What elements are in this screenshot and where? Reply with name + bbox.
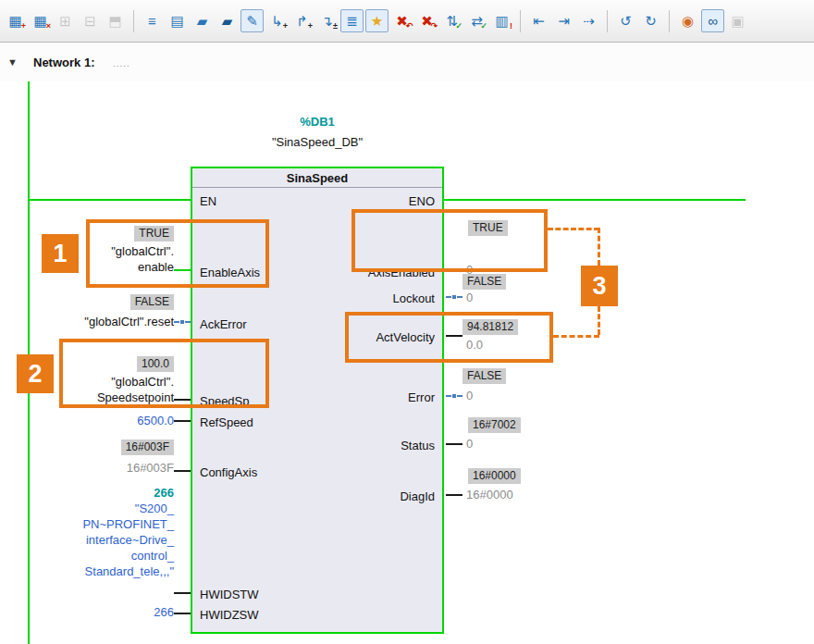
snapshot-button: ▣ [726,9,749,32]
goto-next-error-button[interactable]: ✖↷ [415,9,438,32]
pin-eno[interactable]: ENO [409,194,435,208]
toolbar-separator [669,10,670,32]
close-all-networks-icon: ▰ [222,14,233,28]
jump-to-next-button[interactable]: ⇥ [552,9,575,32]
insert-empty-box-icon-badge: ± [333,22,338,31]
db-instance-name[interactable]: "SinaSpeed_DB" [191,135,444,149]
wire-refspeed [174,420,191,422]
insert-empty-box-icon: ↴ [321,14,333,28]
monitor-value-hwidstw: 266 [28,486,174,501]
navigate-forward-button[interactable]: ↻ [639,9,662,32]
monitor-value-lockout: FALSE [462,274,506,290]
goto-definition-icon: ⇢ [583,14,595,28]
delete-row-button: ⊟ [79,9,102,32]
callout-2-box [59,339,269,408]
operand-status[interactable]: 0 [466,437,473,452]
close-all-networks-button[interactable]: ▰ [216,9,239,32]
pin-ackerror[interactable]: AckError [200,317,247,331]
goto-definition-button[interactable]: ⇢ [577,9,600,32]
pin-hwidzsw[interactable]: HWIDZSW [200,608,259,622]
resize-parts-icon: ⬒ [108,14,121,28]
operand-ackerror[interactable]: "globalCtrl".reset [28,315,174,329]
callout-3-connector-v1 [598,228,600,266]
open-branch-icon: ↳ [271,14,283,28]
network-diagram: %DB1 "SinaSpeed_DB" SinaSpeed EN EnableA… [0,81,814,644]
synchronize-button[interactable]: ⇄✓ [465,9,488,32]
wire-ackerror [174,321,191,323]
operand-error[interactable]: 0 [466,389,473,403]
pin-configaxis[interactable]: ConfigAxis [200,465,257,479]
insert-empty-box-button[interactable]: ↴± [315,9,339,32]
callout-1-badge: 1 [42,234,79,273]
monitoring-toggle-button[interactable]: ∞ [701,9,724,32]
insert-network-button[interactable]: ▦+ [4,9,27,32]
close-branch-icon: ↱ [296,14,308,28]
show-network-comments-button[interactable]: ▤ [166,9,189,32]
pin-refspeed[interactable]: RefSpeed [200,415,253,429]
toolbar-separator [607,10,608,32]
callout-3-connector-h2 [553,335,599,338]
pin-en[interactable]: EN [200,194,216,208]
operand-refspeed[interactable]: 6500.0 [28,414,174,428]
operand-hwidstw-line5[interactable]: Standard_tele,,," [28,564,174,579]
monitor-value-status: 16#7002 [468,417,521,433]
operand-hwidzsw[interactable]: 266 [28,605,174,620]
show-operand-list-button[interactable]: ≡ [141,9,164,32]
highlight-operands-button[interactable]: ≣ [340,9,364,32]
navigate-back-button[interactable]: ↺ [614,9,637,32]
open-all-networks-button[interactable]: ▰ [191,9,214,32]
operand-hwidstw-line2[interactable]: PN~PROFINET_ [28,517,174,532]
operand-hwidstw-line1[interactable]: "S200_ [28,502,174,516]
monitoring-toggle-icon: ∞ [708,14,718,28]
jump-to-previous-icon: ⇤ [533,14,545,28]
pin-status[interactable]: Status [401,439,435,452]
delete-network-icon-badge: × [46,22,51,31]
operand-lockout[interactable]: 0 [466,291,473,305]
synchronize-icon-badge: ✓ [480,22,487,31]
open-all-networks-icon: ▰ [197,14,208,28]
network-comment[interactable]: ..... [113,58,130,68]
insert-comment-button[interactable]: ✎ [240,9,264,32]
operand-hwidstw-line4[interactable]: control_ [28,549,174,564]
insert-row-button: ⊞ [54,9,77,32]
delete-network-button[interactable]: ▦× [29,9,52,32]
modify-value-button[interactable]: ◉ [676,9,699,32]
callout-3-connector-h1 [548,228,599,230]
pin-lockout[interactable]: Lockout [392,291,435,305]
delete-row-icon: ⊟ [84,14,96,28]
insert-comment-icon: ✎ [246,14,258,28]
snapshot-icon: ▣ [731,14,744,28]
highlight-operands-icon: ≣ [346,14,358,28]
open-branch-button[interactable]: ↳+ [265,9,289,32]
operand-diagid[interactable]: 16#0000 [466,488,513,502]
jump-to-previous-button[interactable]: ⇤ [527,9,550,32]
navigate-forward-icon: ↻ [645,14,657,28]
open-branch-icon-badge: + [283,22,288,31]
pin-error[interactable]: Error [408,390,435,404]
favorites-icon: ★ [371,14,383,28]
close-branch-icon-badge: + [308,22,313,31]
network-title[interactable]: Network 1: [33,56,94,69]
callout-3-box-actvelocity [345,312,553,363]
pin-hwidstw[interactable]: HWIDSTW [200,588,259,601]
goto-previous-error-icon-badge: ↶ [405,22,413,31]
network-header: ▼ Network 1: ..... [0,43,814,81]
operand-configaxis[interactable]: 16#003F [28,461,174,476]
operand-hwidstw-line3[interactable]: interface~Drive_ [28,533,174,548]
consistency-check-button[interactable]: ▥! [490,9,513,32]
close-branch-button[interactable]: ↱+ [290,9,314,32]
wire-hwidzsw [174,613,191,614]
pin-diagid[interactable]: DiagId [400,489,435,503]
monitor-value-diagid: 16#0000 [468,468,521,484]
network-collapse-icon[interactable]: ▼ [7,56,18,68]
fb-block-title[interactable]: SinaSpeed [192,168,442,188]
jump-to-next-icon: ⇥ [558,14,570,28]
goto-previous-error-button[interactable]: ✖↶ [390,9,413,32]
favorites-button[interactable]: ★ [365,9,388,32]
update-block-calls-button[interactable]: ⇅✓ [440,9,463,32]
wire-hwidstw [174,592,191,594]
wire-status [446,443,462,445]
db-label[interactable]: %DB1 [191,115,444,129]
toolbar-separator [520,10,521,32]
consistency-check-icon: ▥ [495,14,508,28]
